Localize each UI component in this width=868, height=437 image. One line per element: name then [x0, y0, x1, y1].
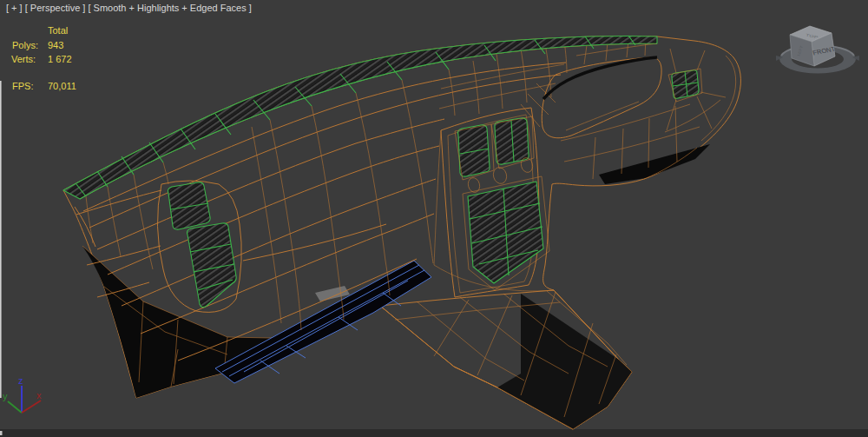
viewcube[interactable]: TOP FRONT LEFT: [776, 26, 859, 74]
console-vent-left: [458, 125, 490, 176]
dashboard-model: [63, 36, 740, 429]
stats-fps-value: 70,011: [48, 81, 76, 91]
selection-strip-cross-lines: [76, 36, 635, 196]
axis-y-line: [8, 401, 22, 413]
viewport-label-menu[interactable]: [ + ] [ Perspective ] [ Smooth + Highlig…: [6, 3, 252, 13]
stats-verts-label: Verts:: [11, 54, 36, 64]
viewport-left-edge-highlight: [0, 81, 2, 398]
axis-x-label: x: [36, 390, 42, 401]
left-vent-upper: [168, 182, 211, 229]
axis-y-label: y: [3, 391, 8, 401]
stats-verts-value: 1 672: [48, 54, 72, 64]
axis-z-label: z: [18, 375, 23, 386]
viewport-bottom-edge: [0, 429, 868, 437]
instrument-cluster-opening: [542, 57, 661, 138]
stats-fps-label: FPS:: [12, 81, 33, 91]
stats-header: Total: [48, 25, 68, 36]
viewport-left-edge-dot: [0, 431, 3, 435]
stats-polys-value: 943: [48, 40, 63, 50]
console-extension-shadow: [497, 294, 632, 429]
cluster-opening-rim: [566, 102, 639, 130]
viewport-canvas[interactable]: z y x TOP FRONT LEFT: [0, 0, 868, 437]
axis-tripod-gizmo: z y x: [3, 375, 42, 413]
glovebox-blue-wireframe: [215, 261, 431, 383]
stats-polys-label: Polys:: [12, 40, 38, 50]
axis-x-line: [22, 401, 41, 413]
